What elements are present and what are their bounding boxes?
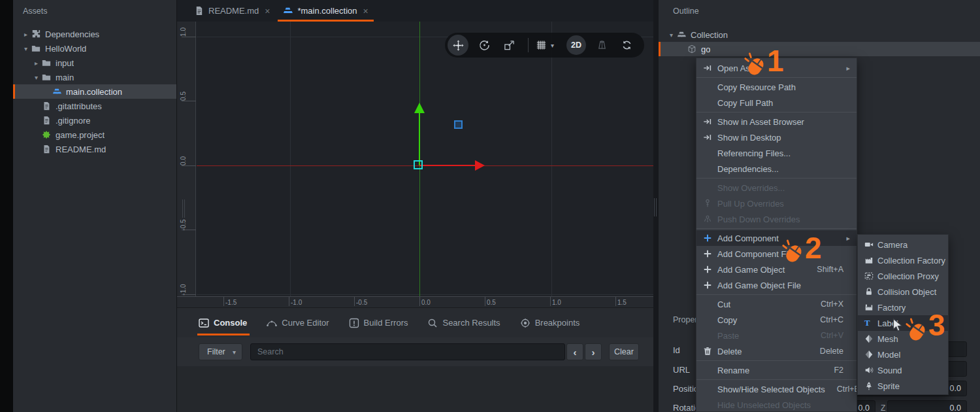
outline-item-go[interactable]: go (659, 42, 980, 56)
mouse-click-icon (905, 317, 928, 347)
chevron-down-icon: ▾ (233, 349, 236, 356)
asset-item-main-collection[interactable]: main.collection (13, 84, 176, 99)
asset-item-gitignore[interactable]: .gitignore (13, 113, 176, 128)
grid-toggle-button[interactable]: ▾ (536, 40, 554, 51)
menu-item-collection-factory[interactable]: Collection Factory (858, 252, 948, 268)
menu-item-collision-object[interactable]: Collision Object (858, 284, 948, 300)
menu-item-delete[interactable]: DeleteDelete (696, 343, 857, 359)
scale-tool-button[interactable] (503, 40, 515, 51)
menu-item-label: Push Down Overrides (717, 215, 832, 224)
outline-tree: ▾Collectiongo (659, 27, 980, 56)
menu-item-add-component-file[interactable]: Add Component File (696, 246, 857, 262)
menu-item-label: Dependencies... (717, 164, 832, 174)
console-tab-search-results[interactable]: Search Results (427, 308, 500, 337)
menu-item-add-component[interactable]: Add Component▸ (696, 230, 857, 246)
menu-item-copy-full-path[interactable]: Copy Full Path (696, 95, 857, 111)
console-tab-curve-editor[interactable]: Curve Editor (267, 308, 329, 337)
file-icon (41, 101, 52, 111)
left-splitter-grip[interactable] (182, 199, 186, 218)
menu-item-copy-resource-path[interactable]: Copy Resource Path (696, 79, 857, 95)
asset-item-input[interactable]: ▸input (13, 56, 176, 70)
reset-camera-button[interactable] (621, 40, 632, 51)
asset-item-game-project[interactable]: game.project (13, 128, 176, 142)
move-gizmo-y-arrow[interactable] (414, 103, 425, 113)
console-tab-console[interactable]: Console (199, 308, 247, 337)
plus-icon (703, 249, 717, 258)
expander-collapsed-icon[interactable]: ▸ (21, 31, 31, 38)
asset-item-readme-md[interactable]: README.md (13, 142, 176, 156)
right-splitter-grip[interactable] (654, 198, 657, 216)
menu-item-cut[interactable]: CutCtrl+X (696, 296, 857, 312)
id-label: Id (673, 345, 680, 355)
ruler-label: -1.0 (291, 299, 302, 306)
rotation-z-field[interactable]: 0.0 (887, 400, 967, 412)
ruler-tick (223, 297, 224, 306)
gridline-horizontal (197, 294, 654, 295)
expander-collapsed-icon[interactable]: ▸ (31, 60, 41, 67)
menu-item-collection-proxy[interactable]: Collection Proxy (858, 268, 948, 284)
asset-item-label: main.collection (66, 87, 122, 97)
console-tab-label: Breakpoints (535, 318, 580, 328)
menu-item-show-overrides: Show Overrides... (696, 180, 857, 196)
console-tab-breakpoints[interactable]: Breakpoints (520, 308, 580, 337)
selected-game-object-origin[interactable] (414, 160, 423, 169)
2d-mode-button[interactable]: 2D (566, 35, 586, 55)
menu-item-add-game-object[interactable]: Add Game ObjectShift+A (696, 262, 857, 277)
menu-item-label: Rename (717, 366, 822, 375)
console-pane: ConsoleCurve EditorBuild ErrorsSearch Re… (177, 307, 654, 412)
scene-canvas[interactable]: ▾2D (197, 22, 654, 296)
menu-item-sprite[interactable]: Sprite (858, 378, 948, 394)
tab-main-collection[interactable]: *main.collection× (276, 0, 374, 22)
project-icon (41, 129, 52, 140)
asset-item-helloworld[interactable]: ▾HelloWorld (13, 41, 176, 56)
move-tool-button[interactable] (448, 35, 468, 56)
ruler-tick (615, 297, 616, 306)
menu-item-sound[interactable]: Sound (858, 362, 948, 378)
menu-item-label: Add Game Object File (717, 281, 832, 290)
step-annotation-2: 2 (781, 233, 822, 268)
asset-item-gitattributes[interactable]: .gitattributes (13, 99, 176, 113)
asset-item-main[interactable]: ▾main (13, 70, 176, 84)
menu-item-camera[interactable]: Camera (858, 237, 948, 252)
move-gizmo-y-handle[interactable] (419, 112, 420, 165)
close-icon[interactable]: × (363, 6, 368, 16)
menu-item-label: Show in Asset Browser (717, 117, 832, 127)
close-icon[interactable]: × (265, 6, 270, 16)
menu-item-add-game-object-file[interactable]: Add Game Object File (696, 277, 857, 293)
tab-readme-md[interactable]: README.md× (188, 0, 276, 22)
step-annotation-3: 3 (892, 310, 945, 347)
filter-dropdown[interactable]: Filter ▾ (199, 343, 242, 360)
move-gizmo-x-arrow[interactable] (475, 160, 485, 171)
menu-item-show-in-asset-browser[interactable]: Show in Asset Browser (696, 114, 857, 129)
search-input[interactable] (250, 343, 565, 360)
menu-item-dependencies[interactable]: Dependencies... (696, 161, 857, 177)
clear-button[interactable]: Clear (609, 343, 639, 360)
ruler-label: 0.5 (180, 88, 188, 105)
url-label: URL (673, 365, 690, 375)
prev-match-button[interactable]: ‹ (566, 343, 583, 360)
menu-item-show-in-desktop[interactable]: Show in Desktop (696, 129, 857, 145)
menu-item-rename[interactable]: RenameF2 (696, 362, 857, 378)
menu-item-model[interactable]: Model (858, 347, 948, 362)
perspective-toggle-button[interactable] (596, 40, 608, 51)
menu-item-show-hide-selected-objects[interactable]: Show/Hide Selected ObjectsCtrl+E (696, 381, 857, 397)
menu-item-label: Collision Object (877, 287, 936, 297)
move-gizmo-x-handle[interactable] (419, 165, 475, 166)
menu-item-copy[interactable]: CopyCtrl+C (696, 312, 857, 328)
plus-icon (703, 233, 717, 243)
menu-item-label: Hide Unselected Objects (717, 400, 832, 410)
expander-expanded-icon[interactable]: ▾ (21, 45, 31, 52)
sound-icon (864, 366, 877, 375)
expander-expanded-icon[interactable]: ▾ (666, 31, 676, 39)
asset-item-dependencies[interactable]: ▸Dependencies (13, 27, 176, 41)
next-match-button[interactable]: › (585, 343, 602, 360)
asset-item-label: HelloWorld (45, 44, 86, 54)
expander-expanded-icon[interactable]: ▾ (31, 74, 41, 81)
game-object-handle[interactable] (454, 120, 463, 129)
console-tab-build-errors[interactable]: Build Errors (349, 308, 408, 337)
outline-item-collection[interactable]: ▾Collection (659, 27, 980, 42)
scene-view[interactable]: 1.00.50.0-0.5-1.0 ▾2D (177, 22, 654, 296)
menu-item-referencing-files[interactable]: Referencing Files... (696, 145, 857, 161)
rotate-tool-button[interactable] (478, 40, 490, 51)
right-splitter[interactable] (653, 0, 659, 412)
